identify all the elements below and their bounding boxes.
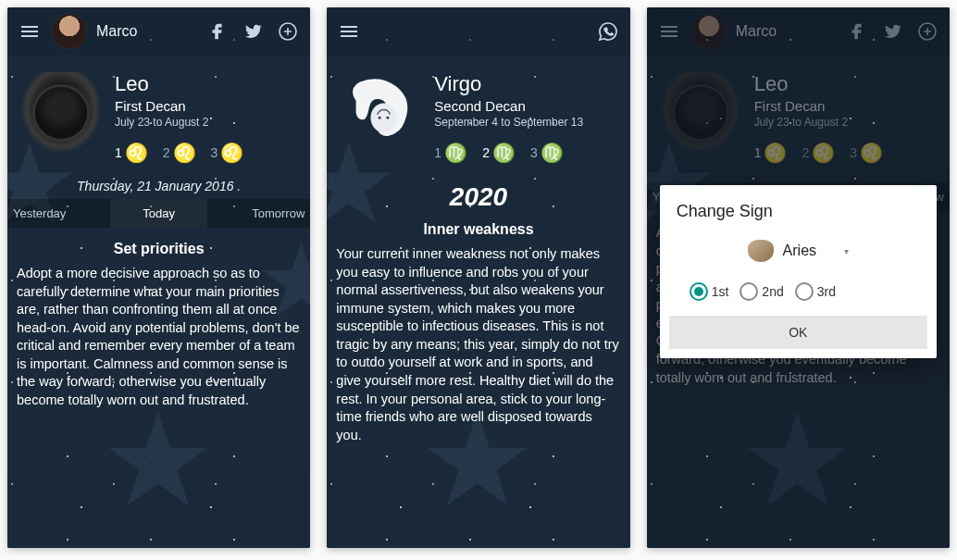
whatsapp-icon[interactable] [595,19,621,44]
date-range: September 4 to September 13 [434,116,583,129]
decan-2[interactable]: 2♌ [163,142,196,164]
horoscope-text: Your current inner weakness not only mak… [336,245,620,444]
year-label: 2020 [327,182,629,212]
decan-1[interactable]: 1♍ [434,142,467,164]
tab-yesterday[interactable]: Yesterday [7,199,110,228]
leo-glyph-icon: ♌ [220,142,243,164]
leo-glyph-icon: ♌ [125,142,148,164]
radio-2nd[interactable]: 2nd [740,282,783,301]
day-tabs: Yesterday Today Tomorrow [7,199,310,228]
decan-label: First Decan [115,98,243,114]
decan-2[interactable]: 2♍ [482,142,516,164]
top-bar: Marco [7,7,310,56]
date-range: July 23 to August 2 [115,116,243,129]
menu-icon[interactable] [336,19,362,44]
virgo-glyph-icon: ♍ [492,142,516,164]
tab-today[interactable]: Today [110,199,207,228]
change-sign-dialog: Change Sign Aries ▾ 1st 2nd 3rd [660,185,937,358]
decan-1[interactable]: 1♌ [115,142,148,164]
virgo-glyph-icon: ♍ [541,142,564,164]
svg-point-1 [371,103,397,132]
top-bar [327,7,629,56]
leo-illustration [20,72,102,154]
horoscope-title: Inner weakness [336,221,620,238]
spinner-mark-icon: ▾ [844,246,849,256]
facebook-icon[interactable] [205,19,230,44]
sign-spinner[interactable]: Aries ▾ [671,240,926,262]
decan-3[interactable]: 3♍ [530,142,564,164]
sign-name: Leo [115,72,243,96]
aries-illustration [748,240,774,262]
selected-sign: Aries [783,243,816,259]
dialog-title: Change Sign [671,202,926,221]
screenshot-virgo-yearly: ★ ★ Virgo Second [327,7,629,548]
svg-point-2 [379,117,381,119]
svg-point-3 [387,117,390,119]
twitter-icon[interactable] [240,19,266,44]
virgo-illustration [340,72,421,154]
horoscope-text: Adopt a more decisive approach so as to … [17,265,301,410]
decan-label: Second Decan [434,98,583,114]
username: Marco [96,23,137,40]
radio-1st[interactable]: 1st [690,282,729,301]
horoscope-body: Inner weakness Your current inner weakne… [327,216,629,548]
virgo-glyph-icon: ♍ [444,142,467,164]
screenshot-change-sign-dialog: ★ ★ Marco Leo First Decan Jul [647,7,950,548]
avatar[interactable] [52,14,87,49]
screenshot-leo-daily: ★ ★ ★ Marco Leo First Decan [7,7,310,548]
decan-3[interactable]: 3♌ [211,142,244,164]
sign-header: Virgo Second Decan September 4 to Septem… [327,56,629,173]
horoscope-body: Set priorities Adopt a more decisive app… [7,228,310,548]
menu-icon[interactable] [17,19,43,44]
ok-button[interactable]: OK [669,316,927,349]
current-date: Thursday, 21 January 2016 . [7,173,310,199]
radio-3rd[interactable]: 3rd [795,282,836,301]
horoscope-title: Set priorities [17,241,301,257]
decan-picker: 1♌ 2♌ 3♌ [115,142,243,164]
leo-glyph-icon: ♌ [173,142,196,164]
sign-header: Leo First Decan July 23 to August 2 1♌ 2… [7,56,310,173]
add-icon[interactable] [275,19,301,44]
decan-radio-group: 1st 2nd 3rd [671,282,926,301]
decan-picker: 1♍ 2♍ 3♍ [434,142,583,164]
tab-tomorrow[interactable]: Tomorrow [207,199,310,228]
sign-name: Virgo [434,72,583,96]
